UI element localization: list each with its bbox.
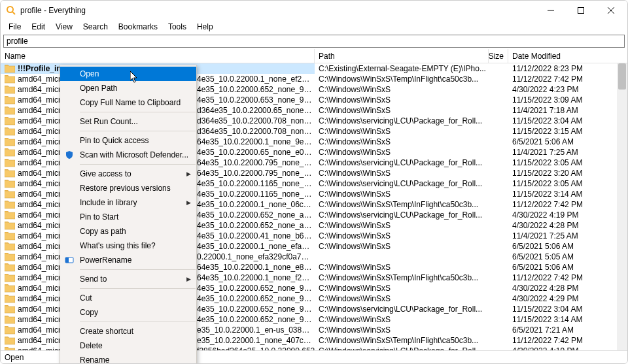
cell-size xyxy=(489,325,508,335)
cell-path: C:\Windows\WinSxS xyxy=(315,293,489,304)
cell-path: C:\Windows\servicing\LCU\Package_for_Rol… xyxy=(315,178,489,189)
menu-item-restore-previous-versions[interactable]: Restore previous versions xyxy=(60,181,196,195)
cell-path: C:\Windows\WinSxS xyxy=(315,325,489,335)
menu-item-pin-to-start[interactable]: Pin to Start xyxy=(60,210,196,224)
cell-date: 11/4/2021 7:18 AM xyxy=(508,105,616,116)
menu-item-cut[interactable]: Cut xyxy=(60,291,196,305)
menu-separator xyxy=(80,322,196,322)
cell-path: C:\Windows\WinSxS xyxy=(315,220,489,231)
cell-path: C:\Windows\servicing\LCU\Package_for_Rol… xyxy=(315,304,489,314)
cell-path: C:\Windows\servicing\LCU\Package_for_Rol… xyxy=(315,346,489,350)
close-button[interactable] xyxy=(596,1,626,20)
cell-size xyxy=(489,199,508,210)
cell-path: C:\Windows\servicing\LCU\Package_for_Rol… xyxy=(315,210,489,220)
menu-item-give-access-to[interactable]: Give access to▶ xyxy=(60,167,196,181)
cell-size xyxy=(489,293,508,304)
cell-size xyxy=(489,116,508,126)
menu-item-copy[interactable]: Copy xyxy=(60,305,196,320)
menu-item-powerrename[interactable]: PowerRename xyxy=(60,253,196,267)
menu-item-include-in-library[interactable]: Include in library▶ xyxy=(60,195,196,210)
status-text: Open xyxy=(5,353,24,362)
cell-path: C:\Windows\WinSxS xyxy=(315,137,489,147)
cell-size xyxy=(489,210,508,220)
svg-line-1 xyxy=(12,12,15,14)
cell-date: 11/15/2022 3:05 AM xyxy=(508,157,616,168)
menu-tools[interactable]: Tools xyxy=(163,21,192,33)
cell-date: 11/12/2022 7:42 PM xyxy=(508,74,616,84)
menu-item-label: Rename xyxy=(80,356,109,364)
minimize-button[interactable] xyxy=(536,1,566,20)
menu-item-label: Delete xyxy=(80,341,103,350)
cell-size xyxy=(489,84,508,95)
menu-item-set-run-count[interactable]: Set Run Count... xyxy=(60,114,196,129)
menu-item-label: Restore previous versions xyxy=(80,184,171,193)
cell-date: 11/15/2022 3:05 AM xyxy=(508,178,616,189)
menu-item-label: Cut xyxy=(80,293,92,303)
menu-view[interactable]: View xyxy=(50,21,78,33)
menu-item-label: Give access to xyxy=(80,169,131,178)
cell-date: 11/15/2022 3:04 AM xyxy=(508,116,616,126)
cell-date: 6/5/2021 5:06 AM xyxy=(508,241,616,252)
vertical-scrollbar[interactable] xyxy=(617,63,627,350)
column-name[interactable]: Name xyxy=(1,49,315,63)
cell-path: C:\Windows\WinSxS xyxy=(315,189,489,199)
menu-file[interactable]: File xyxy=(3,21,26,33)
window-title: profile - Everything xyxy=(20,6,86,15)
cell-size xyxy=(489,168,508,178)
menu-separator xyxy=(80,112,196,112)
cell-path: C:\Windows\servicing\LCU\Package_for_Rol… xyxy=(315,116,489,126)
menu-item-label: Copy as path xyxy=(80,227,126,236)
menu-help[interactable]: Help xyxy=(192,21,218,33)
cell-path: C:\Windows\WinSxS xyxy=(315,168,489,178)
menu-bookmarks[interactable]: Bookmarks xyxy=(113,21,163,33)
maximize-button[interactable] xyxy=(566,1,596,20)
menu-item-what-s-using-this-file[interactable]: What's using this file? xyxy=(60,239,196,253)
menu-item-create-shortcut[interactable]: Create shortcut xyxy=(60,324,196,339)
column-size[interactable]: Size xyxy=(489,49,508,63)
menu-item-scan-with-microsoft-defender[interactable]: Scan with Microsoft Defender... xyxy=(60,148,196,162)
cell-path: C:\Existing\External-Seagate-EMPTY (E)\I… xyxy=(315,63,489,74)
cell-date: 11/15/2022 3:14 AM xyxy=(508,189,616,199)
search-input[interactable] xyxy=(3,35,625,48)
cell-path: C:\Windows\WinSxS xyxy=(315,95,489,105)
cell-path: C:\Windows\WinSxS xyxy=(315,241,489,252)
scrollbar-thumb[interactable] xyxy=(618,63,626,90)
menu-item-open-path[interactable]: Open Path xyxy=(60,81,196,95)
menu-separator xyxy=(80,288,196,289)
cell-path: C:\Windows\WinSxS xyxy=(315,147,489,157)
cell-date: 4/30/2022 4:28 PM xyxy=(508,220,616,231)
cell-path: C:\Windows\WinSxS\Temp\InFlight\ca50c3b.… xyxy=(315,273,489,283)
cell-size xyxy=(489,157,508,168)
cell-date: 11/4/2021 7:25 AM xyxy=(508,147,616,157)
cell-size xyxy=(489,231,508,241)
cell-date: 11/12/2022 8:23 PM xyxy=(508,63,616,74)
context-menu: OpenOpen PathCopy Full Name to Clipboard… xyxy=(60,65,197,364)
column-date[interactable]: Date Modified xyxy=(508,49,616,63)
menu-search[interactable]: Search xyxy=(78,21,113,33)
menu-item-label: Include in library xyxy=(80,198,137,207)
cell-size xyxy=(489,335,508,346)
titlebar: profile - Everything xyxy=(1,1,627,20)
cell-date: 4/30/2022 4:23 PM xyxy=(508,84,616,95)
menu-edit[interactable]: Edit xyxy=(26,21,50,33)
menu-item-copy-as-path[interactable]: Copy as path xyxy=(60,224,196,239)
cell-path: C:\Windows\WinSxS\Temp\InFlight\ca50c3b.… xyxy=(315,74,489,84)
menu-item-delete[interactable]: Delete xyxy=(60,339,196,353)
menu-item-pin-to-quick-access[interactable]: Pin to Quick access xyxy=(60,133,196,148)
menu-item-label: Open xyxy=(80,69,99,78)
search-container xyxy=(1,33,627,49)
menu-separator xyxy=(80,164,196,165)
cell-size xyxy=(489,252,508,262)
chevron-right-icon: ▶ xyxy=(186,199,191,206)
cell-path: C:\Windows\servicing\LCU\Package_for_Rol… xyxy=(315,157,489,168)
menu-item-copy-full-name-to-clipboard[interactable]: Copy Full Name to Clipboard xyxy=(60,95,196,110)
menu-item-open[interactable]: Open xyxy=(60,67,196,81)
cell-path xyxy=(315,252,489,262)
cell-date: 11/15/2022 3:09 AM xyxy=(508,95,616,105)
column-path[interactable]: Path xyxy=(315,49,489,63)
cell-path: C:\Windows\WinSxS xyxy=(315,231,489,241)
menu-item-send-to[interactable]: Send to▶ xyxy=(60,272,196,286)
cell-date: 6/5/2021 5:05 AM xyxy=(508,252,616,262)
menu-item-label: What's using this file? xyxy=(80,241,156,250)
menu-item-rename[interactable]: Rename xyxy=(60,353,196,364)
